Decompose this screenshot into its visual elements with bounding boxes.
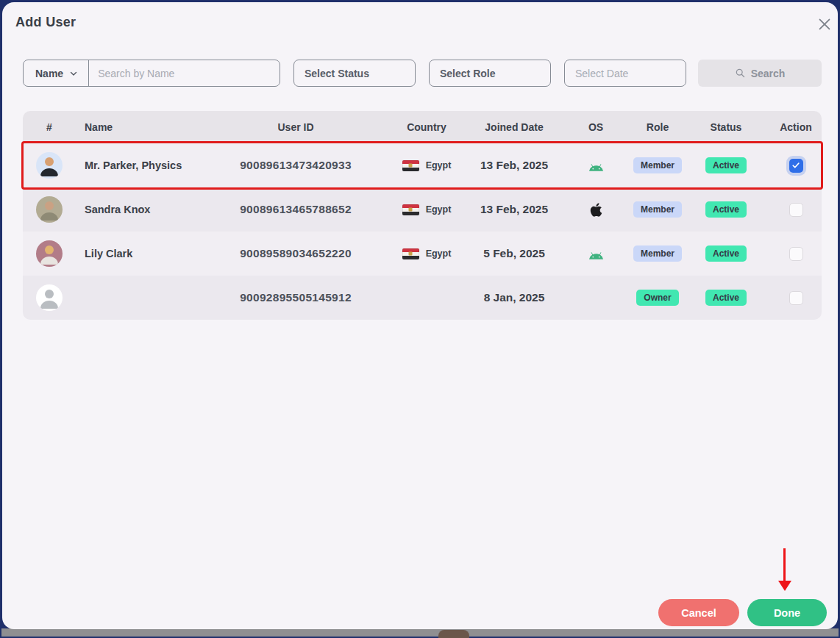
col-header-action: Action — [770, 121, 822, 133]
table-body: Mr. Parker, Physics90089613473420933Egyp… — [23, 143, 822, 320]
table-header-row: # Name User ID Country Joined Date OS Ro… — [23, 111, 822, 143]
egypt-flag-icon — [402, 160, 419, 171]
android-icon — [588, 248, 605, 259]
table-row[interactable]: Sandra Knox90089613465788652Egypt13 Feb,… — [23, 187, 822, 232]
background-page-strip — [1, 628, 839, 637]
apple-icon — [590, 202, 602, 218]
cancel-button[interactable]: Cancel — [658, 599, 739, 626]
select-status-dropdown[interactable]: Select Status — [293, 60, 416, 87]
annotation-arrow-head — [778, 581, 791, 591]
country-cell: Egypt — [383, 248, 470, 259]
user-name: Sandra Knox — [76, 204, 208, 215]
status-cell: Active — [682, 157, 770, 173]
status-cell: Active — [682, 290, 770, 306]
action-cell — [770, 247, 822, 261]
screenshot-frame: Add User Name Search by Name Select Stat… — [0, 0, 840, 638]
role-cell: Member — [633, 157, 682, 173]
user-name: Mr. Parker, Physics — [76, 160, 208, 171]
row-checkbox[interactable] — [789, 291, 803, 305]
table-row[interactable]: 900928955051459128 Jan, 2025OwnerActive — [23, 276, 822, 320]
done-button[interactable]: Done — [747, 599, 827, 626]
avatar — [36, 152, 63, 179]
add-user-modal: Add User Name Search by Name Select Stat… — [2, 2, 838, 629]
status-badge: Active — [705, 290, 747, 306]
egypt-flag-icon — [402, 204, 419, 215]
action-cell — [770, 203, 822, 217]
col-header-role: Role — [633, 121, 682, 133]
status-badge: Active — [705, 245, 747, 262]
role-cell: Member — [633, 245, 682, 262]
table-row[interactable]: Lily Clark90089589034652220Egypt5 Feb, 2… — [23, 232, 822, 276]
select-role-dropdown[interactable]: Select Role — [429, 60, 551, 87]
col-header-name: Name — [76, 121, 208, 133]
annotation-arrow — [783, 548, 786, 582]
status-badge: Active — [705, 157, 747, 173]
col-header-user-id: User ID — [208, 121, 383, 133]
egypt-flag-icon — [402, 248, 419, 259]
user-id: 90092895505145912 — [208, 291, 383, 304]
status-cell: Active — [682, 201, 770, 218]
col-header-joined-date: Joined Date — [470, 121, 558, 133]
user-id: 90089589034652220 — [208, 247, 383, 260]
joined-date: 13 Feb, 2025 — [470, 159, 558, 172]
user-id: 90089613465788652 — [208, 203, 383, 216]
role-badge: Member — [633, 245, 682, 262]
row-number-cell — [23, 152, 76, 179]
avatar — [36, 284, 63, 311]
joined-date: 13 Feb, 2025 — [470, 203, 558, 216]
col-header-status: Status — [682, 121, 770, 133]
avatar — [36, 196, 63, 223]
country-label: Egypt — [426, 204, 452, 215]
joined-date: 5 Feb, 2025 — [470, 247, 558, 260]
users-table: # Name User ID Country Joined Date OS Ro… — [23, 111, 822, 320]
row-checkbox[interactable] — [789, 159, 803, 173]
os-cell — [558, 202, 633, 218]
country-cell: Egypt — [383, 204, 470, 215]
role-badge: Owner — [636, 290, 678, 306]
joined-date: 8 Jan, 2025 — [470, 291, 558, 304]
row-number-cell — [23, 284, 76, 311]
row-number-cell — [23, 196, 76, 223]
select-date-picker[interactable]: Select Date — [564, 60, 686, 87]
user-name: Lily Clark — [76, 248, 208, 259]
status-badge: Active — [705, 201, 747, 218]
col-header-os: OS — [558, 121, 633, 133]
os-cell — [558, 160, 633, 171]
search-button-label: Search — [751, 68, 786, 79]
role-cell: Member — [633, 201, 682, 218]
col-header-country: Country — [383, 121, 470, 133]
chevron-down-icon — [69, 69, 78, 78]
search-button[interactable]: Search — [698, 60, 822, 87]
role-badge: Member — [633, 157, 682, 173]
close-icon[interactable] — [813, 12, 836, 36]
user-id: 90089613473420933 — [208, 159, 383, 172]
modal-title: Add User — [15, 15, 76, 30]
col-header-number: # — [23, 121, 76, 133]
avatar — [36, 240, 63, 267]
country-cell: Egypt — [383, 160, 470, 171]
android-icon — [588, 160, 605, 171]
country-label: Egypt — [426, 248, 452, 259]
action-cell — [770, 291, 822, 305]
row-checkbox[interactable] — [789, 203, 803, 217]
country-label: Egypt — [426, 160, 452, 171]
role-cell: Owner — [633, 290, 682, 306]
background-page-fragment — [438, 630, 469, 638]
magnifier-icon — [735, 68, 746, 79]
name-filter-dropdown[interactable]: Name — [24, 60, 88, 86]
status-cell: Active — [682, 245, 770, 262]
table-row[interactable]: Mr. Parker, Physics90089613473420933Egyp… — [23, 143, 822, 187]
os-cell — [558, 248, 633, 259]
action-cell — [770, 159, 822, 173]
name-search-combo: Name Search by Name — [23, 60, 280, 87]
role-badge: Member — [633, 201, 682, 218]
row-number-cell — [23, 240, 76, 267]
search-by-name-input[interactable]: Search by Name — [89, 68, 280, 79]
row-checkbox[interactable] — [789, 247, 803, 261]
name-filter-label: Name — [35, 68, 63, 79]
